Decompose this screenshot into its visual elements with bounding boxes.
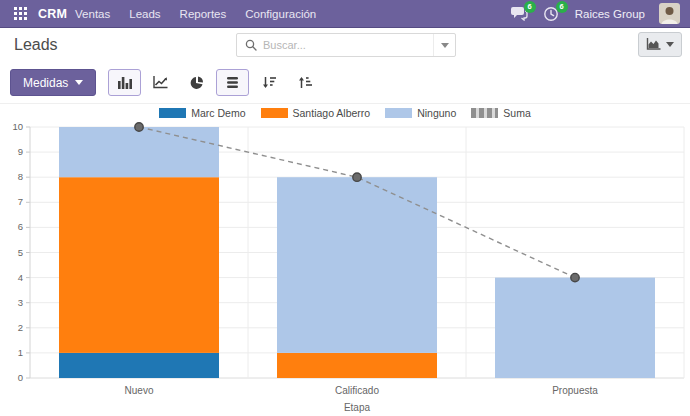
activities-badge: 6 [556, 1, 568, 13]
legend-item[interactable]: Ninguno [385, 107, 456, 119]
svg-text:Nuevo: Nuevo [125, 385, 154, 396]
stacked-toggle-button[interactable] [216, 69, 249, 96]
svg-text:Etapa: Etapa [344, 402, 371, 413]
app-name[interactable]: CRM [38, 7, 67, 21]
chevron-down-icon [441, 43, 449, 48]
legend-swatch [385, 108, 412, 118]
line-chart-icon [153, 76, 168, 89]
search-filters-toggle[interactable] [433, 34, 455, 56]
legend-swatch [261, 108, 288, 118]
sort-descending-button[interactable] [252, 69, 285, 96]
search-box [236, 33, 456, 57]
menu-item-reportes[interactable]: Reportes [180, 8, 227, 20]
messages-menu[interactable]: 6 [511, 6, 529, 22]
view-switcher-button[interactable] [638, 32, 682, 57]
bar-chart-button[interactable] [108, 69, 141, 96]
bar-chart-icon [118, 76, 132, 89]
legend-item[interactable]: Santiago Alberro [261, 107, 371, 119]
control-panel: Leads [0, 28, 690, 62]
svg-text:6: 6 [18, 221, 23, 232]
breadcrumb-title: Leads [14, 36, 58, 54]
measures-button[interactable]: Medidas [10, 69, 96, 96]
top-menu: Ventas Leads Reportes Configuración [75, 8, 316, 20]
legend-item[interactable]: Suma [471, 107, 530, 119]
graph-view-icon [646, 38, 661, 51]
svg-text:7: 7 [18, 196, 23, 207]
pie-chart-icon [190, 76, 204, 90]
svg-text:0: 0 [18, 372, 23, 383]
svg-text:9: 9 [18, 146, 23, 157]
menu-item-configuracion[interactable]: Configuración [245, 8, 316, 20]
user-menu-label[interactable]: Raices Group [575, 8, 645, 20]
sort-ascending-icon [298, 76, 312, 89]
svg-text:2: 2 [18, 322, 23, 333]
apps-grid-icon[interactable] [10, 4, 30, 24]
search-icon [237, 39, 263, 51]
search-input[interactable] [263, 39, 433, 51]
legend-label: Suma [503, 107, 530, 119]
user-avatar[interactable] [659, 3, 680, 24]
chevron-down-icon [75, 80, 83, 85]
chart-area: Marc DemoSantiago AlberroNingunoSuma 012… [0, 104, 690, 416]
menu-item-ventas[interactable]: Ventas [75, 8, 110, 20]
messages-badge: 6 [524, 1, 536, 13]
activities-menu[interactable]: 6 [543, 6, 561, 22]
svg-text:4: 4 [18, 272, 23, 283]
menu-item-leads[interactable]: Leads [129, 8, 160, 20]
legend-label: Marc Demo [191, 107, 245, 119]
line-chart-button[interactable] [144, 69, 177, 96]
graph-toolbar: Medidas [0, 62, 690, 104]
legend-swatch [159, 108, 186, 118]
svg-text:1: 1 [18, 347, 23, 358]
legend-swatch [471, 108, 498, 118]
pie-chart-button[interactable] [180, 69, 213, 96]
svg-text:3: 3 [18, 297, 23, 308]
legend-item[interactable]: Marc Demo [159, 107, 245, 119]
legend-label: Santiago Alberro [293, 107, 371, 119]
svg-text:Calificado: Calificado [335, 385, 379, 396]
sort-descending-icon [262, 76, 276, 89]
stacked-bars-icon [226, 76, 239, 89]
chart-legend: Marc DemoSantiago AlberroNingunoSuma [0, 107, 690, 119]
svg-text:Propuesta: Propuesta [552, 385, 598, 396]
legend-label: Ninguno [417, 107, 456, 119]
chart-mode-buttons [108, 69, 321, 96]
svg-text:8: 8 [18, 171, 23, 182]
measures-label: Medidas [23, 76, 68, 90]
sort-ascending-button[interactable] [288, 69, 321, 96]
svg-text:5: 5 [18, 247, 23, 258]
leads-stacked-bar-chart[interactable]: 012345678910NuevoCalificadoPropuestaEtap… [0, 104, 690, 416]
top-nav-bar: CRM Ventas Leads Reportes Configuración … [0, 0, 690, 28]
svg-text:10: 10 [12, 121, 23, 132]
chevron-down-icon [666, 42, 674, 47]
